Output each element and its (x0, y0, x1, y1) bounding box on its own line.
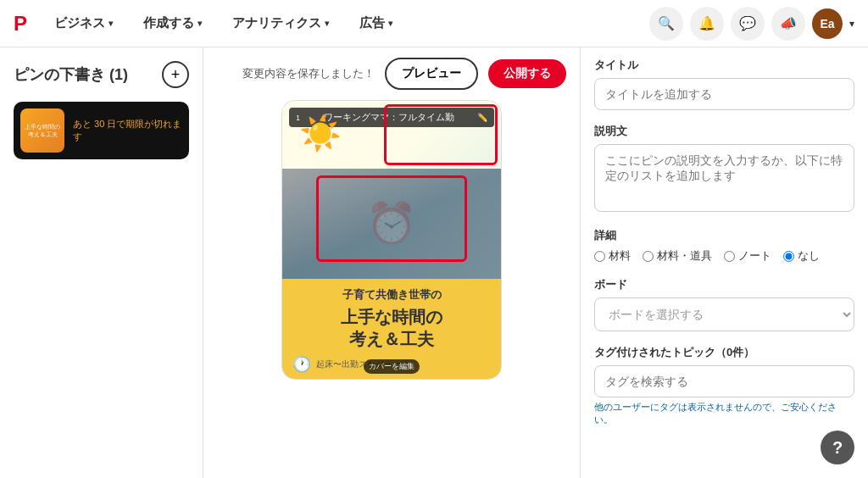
center-top-bar: 変更内容を保存しました！ プレビュー 公開する (217, 58, 566, 90)
nav-business[interactable]: ビジネス ▾ (47, 10, 120, 36)
desc-form-group: 説明文 (594, 124, 854, 214)
nav-analytics[interactable]: アナリティクス ▾ (225, 10, 336, 36)
nav-ads-label: 広告 (359, 15, 385, 31)
radio-none-input[interactable] (783, 251, 794, 262)
title-input[interactable] (594, 78, 854, 110)
right-panel: タイトル 説明文 詳細 材料 材料・道具 ノート (580, 47, 868, 478)
nav-create[interactable]: 作成する ▾ (136, 10, 209, 36)
radio-note-label: ノート (738, 248, 771, 264)
pin-title-text: ワーキングママ：フルタイム勤 (324, 111, 454, 124)
detail-form-group: 詳細 材料 材料・道具 ノート なし (594, 228, 854, 264)
pin-subtitle: 子育て共働き世帯の (292, 287, 491, 303)
help-button[interactable]: ? (821, 431, 854, 464)
nav-analytics-chevron: ▾ (325, 19, 329, 28)
radio-materials-tools-input[interactable] (643, 251, 654, 262)
pin-image-middle: ⏰ (282, 169, 501, 279)
nav-business-chevron: ▾ (108, 19, 113, 28)
radio-materials-input[interactable] (594, 251, 605, 262)
message-button[interactable]: 💬 (731, 7, 765, 41)
account-chevron[interactable]: ▾ (849, 18, 854, 30)
pin-thumb-text: 上手な時間の考え＆工夫 (20, 121, 64, 140)
board-label: ボード (594, 277, 854, 292)
desc-textarea[interactable] (594, 144, 854, 212)
radio-none-label: なし (798, 248, 820, 264)
sidebar-title: ピンの下書き (1) (14, 64, 128, 85)
main-container: ピンの下書き (1) + 上手な時間の考え＆工夫 あと 30 日で期限が切れます… (0, 47, 868, 478)
radio-note[interactable]: ノート (724, 248, 771, 264)
pin-info: あと 30 日で期限が切れます (73, 118, 182, 144)
tag-label: タグ付けされたトピック（0件） (594, 345, 854, 360)
megaphone-button[interactable]: 📣 (771, 7, 805, 41)
detail-label: 詳細 (594, 228, 854, 243)
radio-materials[interactable]: 材料 (594, 248, 631, 264)
tag-input[interactable] (594, 365, 854, 397)
pin-image-top: 1 ワーキングママ：フルタイム勤 ✏️ ☀️ (282, 101, 501, 169)
sidebar: ピンの下書き (1) + 上手な時間の考え＆工夫 あと 30 日で期限が切れます (0, 47, 203, 478)
tag-note: 他のユーザーにタグは表示されませんので、ご安心ください。 (594, 401, 854, 426)
search-button[interactable]: 🔍 (649, 7, 683, 41)
nav-business-label: ビジネス (54, 15, 105, 31)
sun-icon: ☀️ (299, 114, 342, 153)
small-clock-icon: 🕐 (292, 355, 311, 374)
radio-materials-label: 材料 (609, 248, 631, 264)
board-select[interactable]: ボードを選択する (594, 297, 854, 331)
nav-create-chevron: ▾ (198, 19, 202, 28)
notification-button[interactable]: 🔔 (690, 7, 724, 41)
pinterest-logo: P (14, 12, 27, 36)
pin-image: 1 ワーキングママ：フルタイム勤 ✏️ ☀️ ⏰ (281, 100, 502, 380)
edit-icon: ✏️ (477, 113, 487, 122)
detail-radio-group: 材料 材料・道具 ノート なし (594, 248, 854, 264)
pin-main-title: 上手な時間の考え＆工夫 (292, 306, 491, 350)
top-nav: P ビジネス ▾ 作成する ▾ アナリティクス ▾ 広告 ▾ 🔍 🔔 💬 📣 E… (0, 0, 868, 47)
nav-ads-chevron: ▾ (388, 19, 392, 28)
draft-pin-item[interactable]: 上手な時間の考え＆工夫 あと 30 日で期限が切れます (14, 102, 189, 159)
tag-form-group: タグ付けされたトピック（0件） 他のユーザーにタグは表示されませんので、ご安心く… (594, 345, 854, 426)
publish-button[interactable]: 公開する (488, 59, 566, 88)
preview-button[interactable]: プレビュー (385, 58, 478, 90)
pin-preview-wrapper: 1 ワーキングママ：フルタイム勤 ✏️ ☀️ ⏰ (281, 100, 502, 380)
nav-analytics-label: アナリティクス (232, 15, 321, 31)
radio-materials-tools[interactable]: 材料・道具 (643, 248, 712, 264)
board-form-group: ボード ボードを選択する (594, 277, 854, 331)
radio-materials-tools-label: 材料・道具 (657, 248, 712, 264)
save-notice: 変更内容を保存しました！ (242, 66, 375, 81)
nav-create-label: 作成する (143, 15, 194, 31)
radio-none[interactable]: なし (783, 248, 820, 264)
title-label: タイトル (594, 58, 854, 73)
desc-label: 説明文 (594, 124, 854, 139)
center-content: 変更内容を保存しました！ プレビュー 公開する 1 ワーキングママ：フルタイム勤… (203, 47, 580, 478)
user-avatar[interactable]: Ea (812, 8, 843, 39)
pin-expiry-warning: あと 30 日で期限が切れます (73, 118, 182, 144)
radio-note-input[interactable] (724, 251, 735, 262)
cover-edit-badge[interactable]: カバーを編集 (364, 359, 420, 374)
sidebar-header: ピンの下書き (1) + (14, 61, 189, 88)
nav-ads[interactable]: 広告 ▾ (353, 10, 399, 36)
pin-thumbnail: 上手な時間の考え＆工夫 (20, 108, 64, 153)
title-form-group: タイトル (594, 58, 854, 110)
add-pin-button[interactable]: + (162, 61, 189, 88)
pin-image-bottom: 子育て共働き世帯の 上手な時間の考え＆工夫 🕐 起床〜出勤スケジュール カバーを… (282, 279, 501, 379)
nav-icon-group: 🔍 🔔 💬 📣 Ea ▾ (649, 7, 854, 41)
